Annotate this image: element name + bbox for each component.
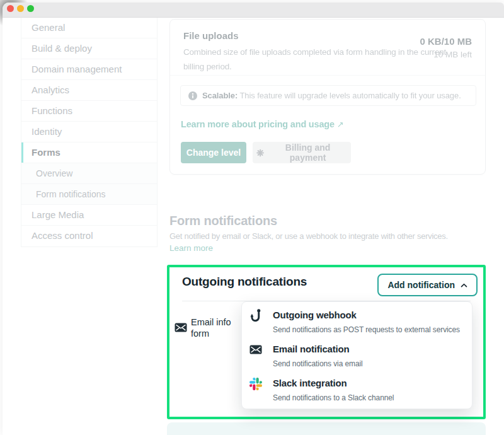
- email-row-text-line1: Email info: [191, 317, 231, 327]
- menu-item-description: Send notifications as POST requests to e…: [273, 325, 460, 334]
- window-titlebar: [3, 3, 504, 18]
- learn-more-link[interactable]: Learn more: [169, 243, 213, 253]
- sidebar-item-access-control[interactable]: Access control: [21, 226, 157, 246]
- close-window-icon[interactable]: [7, 5, 14, 12]
- sidebar-item-identity[interactable]: Identity: [21, 122, 157, 142]
- sidebar-item-forms[interactable]: Forms: [21, 142, 157, 163]
- email-row-text-line2: form: [191, 328, 209, 339]
- pricing-usage-link[interactable]: Learn more about pricing and usage↗: [181, 119, 343, 129]
- change-level-button[interactable]: Change level: [181, 142, 246, 163]
- settings-sidebar: General Build & deploy Domain management…: [21, 18, 158, 247]
- menu-item-title: Outgoing webhook: [273, 310, 357, 320]
- email-icon: [249, 345, 262, 354]
- file-uploads-usage-card: File uploads Combined size of file uploa…: [169, 19, 486, 175]
- section-title: Form notifications: [169, 214, 277, 228]
- usage-card-description: Combined size of file uploads completed …: [183, 45, 454, 74]
- menu-item-description: Send notifications via email: [273, 359, 363, 368]
- add-notification-button[interactable]: Add notification: [377, 274, 478, 296]
- usage-card-title: File uploads: [183, 30, 239, 41]
- sidebar-item-analytics[interactable]: Analytics: [21, 80, 157, 101]
- sidebar-item-domain-management[interactable]: Domain management: [21, 59, 157, 80]
- outgoing-notifications-title: Outgoing notifications: [182, 275, 307, 289]
- billing-and-payment-button[interactable]: Billing and payment: [253, 142, 351, 163]
- sidebar-item-forms-overview[interactable]: Overview: [21, 163, 157, 184]
- slack-icon: [249, 378, 262, 390]
- info-icon: [188, 91, 197, 100]
- menu-item-outgoing-webhook[interactable]: Outgoing webhook Send notifications as P…: [242, 304, 472, 339]
- sidebar-item-form-notifications[interactable]: Form notifications: [21, 184, 157, 205]
- add-notification-menu: Outgoing webhook Send notifications as P…: [241, 301, 472, 409]
- menu-item-title: Slack integration: [273, 378, 346, 388]
- divider: [170, 75, 485, 76]
- sidebar-item-build-deploy[interactable]: Build & deploy: [21, 38, 157, 59]
- menu-item-slack-integration[interactable]: Slack integration Send notifications to …: [242, 373, 472, 407]
- gear-icon: [256, 149, 264, 157]
- chevron-up-icon: [461, 283, 467, 287]
- section-description: Get notified by email or Slack, or use a…: [169, 231, 448, 241]
- sidebar-item-general[interactable]: General: [21, 18, 157, 38]
- browser-window: General Build & deploy Domain management…: [3, 3, 504, 435]
- usage-remaining: 10 MB left: [433, 50, 472, 59]
- maximize-window-icon[interactable]: [27, 5, 34, 12]
- minimize-window-icon[interactable]: [17, 5, 24, 12]
- usage-value: 0 KB/10 MB: [420, 36, 472, 47]
- menu-item-title: Email notification: [273, 344, 349, 354]
- menu-item-email-notification[interactable]: Email notification Send notifications vi…: [242, 339, 472, 373]
- menu-item-description: Send notifications to a Slack channel: [273, 393, 394, 402]
- external-link-icon: ↗: [337, 120, 344, 129]
- sidebar-item-functions[interactable]: Functions: [21, 101, 157, 122]
- scalable-callout-label: Scalable:: [202, 91, 238, 100]
- webhook-icon: [250, 308, 264, 323]
- scalable-callout: Scalable: This feature will upgrade leve…: [180, 85, 476, 106]
- sidebar-item-large-media[interactable]: Large Media: [21, 205, 157, 226]
- scalable-callout-text: Scalable: This feature will upgrade leve…: [202, 91, 461, 100]
- email-icon: [175, 323, 187, 332]
- outgoing-notifications-highlight: Outgoing notifications Add notification …: [167, 265, 486, 419]
- next-section-card-top: [167, 422, 486, 435]
